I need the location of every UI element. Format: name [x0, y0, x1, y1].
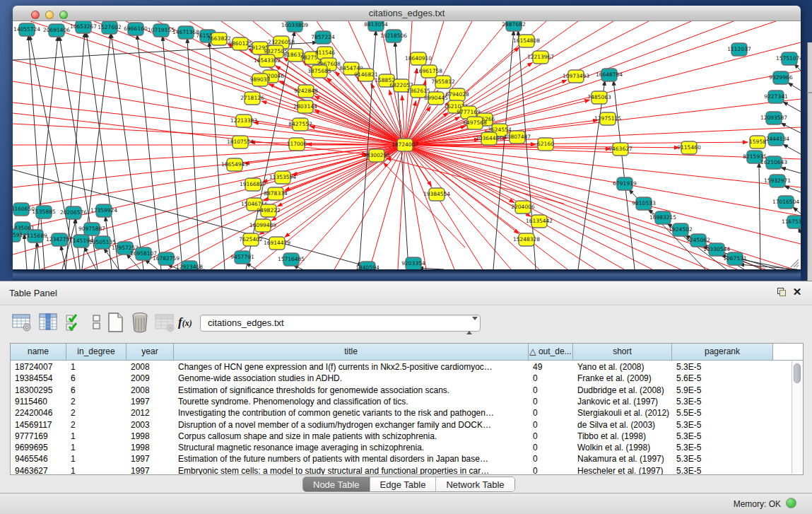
table-cell[interactable]: Jankovic et al. (1997) [573, 396, 672, 408]
table-cell[interactable]: 1997 [126, 465, 174, 475]
table-cell[interactable]: 5.3E-5 [672, 419, 773, 431]
column-header-short[interactable]: short [573, 344, 672, 361]
graph-node-12213383[interactable]: 12213383 [230, 115, 257, 127]
graph-node-7485063[interactable]: 7485063 [587, 91, 611, 104]
column-header-title[interactable]: title [174, 344, 529, 361]
table-cell[interactable]: 5.3E-5 [672, 396, 773, 408]
graph-node-18107554[interactable]: 18107554 [227, 136, 254, 148]
graph-node-16154808[interactable]: 16154808 [513, 35, 540, 47]
column-header-pagerank[interactable]: pagerank [672, 344, 773, 361]
table-cell[interactable]: Stergiakouli et al. (2012) [573, 407, 672, 419]
table-cell[interactable]: 2012 [126, 407, 174, 419]
graph-node-16914479[interactable]: 16914479 [264, 237, 290, 250]
graph-node-14055724[interactable]: 14055724 [13, 23, 40, 36]
citation-graph[interactable]: 1405572420691406106532671527602696616010… [13, 21, 801, 269]
table-cell[interactable]: Changes of HCN gene expression and I(f) … [174, 361, 529, 373]
graph-node-15958[interactable]: 15958 [749, 136, 766, 148]
table-cell[interactable]: 1 [66, 442, 126, 454]
column-header-out_de[interactable]: △ out_de... [529, 344, 573, 361]
graph-node-6794028[interactable]: 6794028 [445, 88, 469, 101]
table-cell[interactable]: 0 [529, 465, 573, 475]
column-header-in_degree[interactable]: in_degree [66, 344, 126, 361]
table-cell[interactable]: 1998 [126, 442, 174, 454]
graph-node-11675318[interactable]: 11675318 [782, 216, 801, 228]
column-header-name[interactable]: name [11, 344, 66, 361]
graph-node-17359924[interactable]: 17359924 [90, 204, 117, 217]
function-builder-icon[interactable]: f(x) [178, 311, 199, 334]
table-cell[interactable]: Estimation of the future numbers of pati… [174, 453, 529, 465]
table-cell[interactable]: Yano et al. (2008) [573, 361, 672, 373]
table-cell[interactable]: 0 [529, 396, 573, 408]
graph-node-15716485[interactable]: 15716485 [278, 253, 305, 266]
table-cell[interactable]: 2 [66, 407, 126, 419]
resize-grip[interactable] [789, 258, 799, 268]
column-header-year[interactable]: year [126, 344, 174, 361]
graph-node-15751074[interactable]: 15751074 [776, 52, 801, 65]
graph-node-12093587[interactable]: 12093587 [760, 112, 787, 124]
table-cell[interactable]: 2008 [126, 385, 174, 397]
table-cell[interactable]: 2 [66, 419, 126, 431]
graph-node-9463627[interactable]: 9463627 [608, 143, 632, 156]
show-columns-icon[interactable] [37, 311, 59, 334]
table-cell[interactable]: 5.3E-5 [672, 465, 773, 475]
graph-node-16135442[interactable]: 16135442 [526, 215, 553, 228]
graph-node-12444134[interactable]: 12444134 [763, 133, 789, 146]
table-cell[interactable]: 18724007 [11, 361, 66, 373]
table-cell[interactable]: Franke et al. (2009) [573, 373, 672, 385]
table-cell[interactable]: Nakamura et al. (1997) [573, 453, 672, 465]
table-cell[interactable]: 5.3E-5 [672, 442, 773, 454]
table-cell[interactable]: 49 [529, 361, 573, 373]
table-cell[interactable]: 0 [529, 453, 573, 465]
table-cell[interactable]: 9699695 [11, 442, 66, 454]
graph-node-8427552[interactable]: 8427552 [288, 118, 312, 131]
graph-node-12923468[interactable]: 12923468 [176, 261, 203, 269]
graph-node-18640910[interactable]: 18640910 [405, 52, 432, 65]
graph-node-12213967[interactable]: 12213967 [527, 51, 554, 64]
table-cell[interactable]: Hescheler et al. (1997) [573, 465, 672, 475]
close-panel-icon[interactable]: ✕ [792, 286, 803, 298]
table-cell[interactable]: 0 [529, 373, 573, 385]
graph-node-7625402[interactable]: 7625402 [239, 233, 263, 246]
float-panel-icon[interactable] [776, 287, 787, 298]
graph-node-117006[interactable]: 117006 [287, 138, 307, 151]
table-cell[interactable]: 1 [66, 453, 126, 465]
graph-node-16648784[interactable]: 16648784 [596, 69, 623, 81]
table-cell[interactable]: 5.3E-5 [672, 431, 773, 443]
table-cell[interactable]: Embryonic stem cells: a model to study s… [174, 465, 529, 475]
table-cell[interactable]: 5.6E-5 [672, 373, 773, 385]
vertical-scrollbar[interactable] [792, 361, 802, 474]
graph-node-10973493[interactable]: 10973493 [563, 70, 589, 83]
table-cell[interactable]: 0 [529, 419, 573, 431]
table-cell[interactable]: Structural magnetic resonance image aver… [174, 442, 529, 454]
graph-node-1535885[interactable]: 1535885 [32, 206, 56, 218]
graph-node-15248328[interactable]: 15248328 [513, 233, 540, 246]
tab-network-table[interactable]: Network Table [436, 477, 514, 492]
table-cell[interactable]: 2 [66, 396, 126, 408]
graph-node-19384554[interactable]: 19384554 [423, 188, 450, 201]
tab-edge-table[interactable]: Edge Table [370, 477, 437, 492]
table-cell[interactable]: Genome-wide association studies in ADHD. [174, 373, 529, 385]
table-cell[interactable]: 14569117 [11, 419, 66, 431]
table-cell[interactable]: 0 [529, 385, 573, 397]
graph-node-9457791[interactable]: 9457791 [230, 251, 254, 264]
table-cell[interactable]: 9777169 [11, 431, 66, 443]
graph-node-9329966[interactable]: 9329966 [769, 71, 793, 84]
table-cell[interactable]: 2008 [126, 361, 174, 373]
graph-node-15932971[interactable]: 15932971 [764, 175, 791, 187]
select-all-columns-icon[interactable] [64, 311, 85, 334]
table-cell[interactable]: 2003 [126, 419, 174, 431]
table-cell[interactable]: Estimation of significance thresholds fo… [174, 385, 529, 397]
network-canvas[interactable]: 1405572420691406106532671527602696616010… [13, 21, 801, 269]
graph-node-10653267[interactable]: 10653267 [70, 21, 97, 33]
new-table-icon[interactable] [105, 311, 126, 334]
table-cell[interactable]: 19384554 [11, 373, 66, 385]
table-cell[interactable]: de Silva et al. (2003) [573, 419, 672, 431]
table-cell[interactable]: 5.9E-5 [672, 385, 773, 397]
table-cell[interactable]: Investigating the contribution of common… [174, 407, 529, 419]
table-cell[interactable]: 9463627 [11, 465, 66, 475]
table-settings-icon[interactable] [11, 311, 33, 334]
table-cell[interactable]: Wolkin et al. (1998) [573, 442, 672, 454]
graph-node-9203354[interactable]: 9203354 [401, 257, 425, 269]
table-cell[interactable]: Disruption of a novel member of a sodium… [174, 419, 529, 431]
graph-node-2718126[interactable]: 2718126 [240, 92, 264, 105]
